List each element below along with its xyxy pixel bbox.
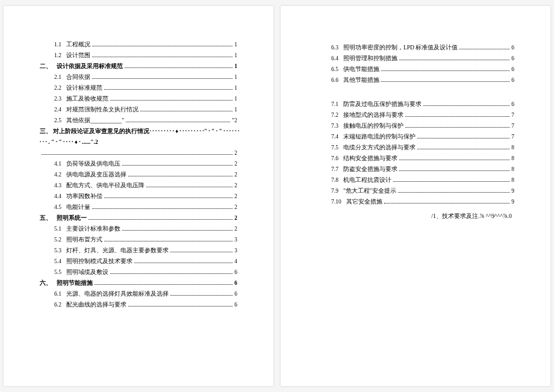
toc-entry-number: 7.6 [331, 153, 338, 164]
toc-leader-dots [125, 67, 232, 68]
toc-entry-number: 5.3 [54, 245, 61, 256]
toc-sub-entry: 6.2配光曲线的选择与要求6 [40, 299, 237, 310]
toc-entry-number: 4.1 [54, 158, 61, 169]
toc-page-number: 2 [234, 180, 237, 191]
toc-page-number: 2 [234, 202, 237, 213]
toc-sub-entry: 6.1光源、电器的选择灯具效能标准及选择6 [40, 288, 237, 299]
toc-heading-entry: 三、 对上阶段论证及审查意见的执行情况· · · · · · · · · ♦ ·… [40, 126, 237, 148]
toc-leader-dots [399, 170, 509, 171]
toc-leader-dots [417, 138, 509, 138]
toc-leader-dots [110, 100, 232, 101]
toc-page-number: 6 [234, 288, 237, 299]
toc-page-number: 8 [511, 164, 514, 175]
toc-entry-number: 二、 [40, 61, 52, 72]
toc-page-right: 6.3照明功率密度的控制，LPD 标准值及设计值66.4照明管理和控制措施66.… [281, 6, 550, 386]
toc-leader-dots [381, 81, 509, 82]
toc-entry-label: 防盗安全措施与要求 [343, 164, 397, 175]
toc-entry-label: 设计范围 [66, 50, 90, 61]
toc-entry-number: 7.5 [331, 142, 338, 153]
toc-entry-number: 7.7 [331, 164, 338, 175]
toc-entry-number: 5.5 [54, 267, 61, 278]
toc-leader-dots [92, 46, 232, 46]
toc-leader-dots [89, 219, 232, 220]
toc-entry-number: 7.2 [331, 110, 338, 120]
toc-page-number: 8 [511, 142, 514, 153]
toc-sub-entry: 7.2接地型式的选择与要求7 [317, 110, 514, 120]
toc-leader-dots [405, 127, 509, 128]
toc-entry-label: 照明节能措施 [57, 278, 93, 288]
toc-page-number: 1 [234, 104, 237, 115]
toc-entry-label: 配光曲线的选择与要求 [66, 299, 126, 310]
toc-leader-dots [122, 230, 232, 231]
toc-entry-number: 5.2 [54, 234, 61, 245]
toc-entry-number: 五、 [40, 213, 52, 223]
toc-page-number: 7 [511, 110, 514, 120]
blank-line [317, 86, 514, 99]
toc-leader-dots [92, 57, 232, 57]
toc-sub-entry: 2.3施工及验收规范1 [40, 93, 237, 104]
toc-page-number: 3 [234, 245, 237, 256]
toc-entry-label: 接触电压的控制与保护 [343, 120, 403, 131]
toc-entry-number: 6.5 [331, 64, 338, 75]
toc-entry-label: 其他依据___________" [66, 115, 124, 126]
toc-entry-label: 照明功率密度的控制，LPD 标准值及设计值 [343, 42, 458, 53]
toc-sub-entry: 7.6结构安全措施与要求8 [317, 153, 514, 164]
toc-entry-label: 照明控制模式及技术要求 [66, 256, 132, 267]
toc-leader-dots [170, 295, 232, 296]
toc-page-number: 6 [234, 278, 237, 288]
toc-entry-label: 照明系统一 [57, 213, 87, 223]
toc-leader-dots [393, 181, 509, 182]
toc-leader-dots [126, 122, 230, 122]
toc-entry-label: 结构安全措施与要求 [343, 153, 397, 164]
toc-heading-entry: 二、设计依据及采用标准规范1 [40, 61, 237, 72]
toc-page-left: 1.1工程概况11.2设计范围1二、设计依据及采用标准规范12.1合同依据12.… [4, 6, 273, 386]
toc-page-number: 6 [511, 42, 514, 53]
toc-leader-dots [399, 60, 509, 60]
toc-sub-entry: 7.9"危大工程"安全提示9 [317, 185, 514, 196]
toc-sub-entry: 4.5电能计量2 [40, 202, 237, 213]
toc-sub-entry: 4.2供电电源及变压器选择2 [40, 169, 237, 180]
toc-page-number: 9 [511, 185, 514, 196]
toc-entry-label: 机电工程抗震设计 [343, 175, 391, 185]
toc-entry-label: 功率因数补偿 [66, 191, 102, 202]
toc-entry-label: 电缆分支方式的选择与要求 [343, 142, 416, 153]
toc-page-number: "2 [232, 115, 237, 126]
toc-page-number: 3 [234, 234, 237, 245]
toc-entry-number: 7.1 [331, 99, 338, 110]
toc-sub-entry: 6.3照明功率密度的控制，LPD 标准值及设计值6 [317, 42, 514, 53]
toc-entry-label: 设计依据及采用标准规范 [57, 61, 123, 72]
toc-entry-label: 光源、电器的选择灯具效能标准及选择 [66, 288, 169, 299]
toc-sub-entry: 4.3配电方式、供电半径及电压降2 [40, 180, 237, 191]
toc-page-number: 7 [511, 131, 514, 142]
toc-entry-label: "危大工程"安全提示 [343, 185, 396, 196]
toc-entry-number: 4.2 [54, 169, 61, 180]
toc-sub-entry: 6.6其他节能措施6 [317, 75, 514, 86]
toc-leader-dots [104, 241, 232, 241]
toc-entry-label: 合同依据 [66, 72, 90, 82]
toc-leader-dots [381, 70, 509, 71]
toc-entry-number: 2.2 [54, 82, 61, 93]
toc-sub-entry: 7.5电缆分支方式的选择与要求8 [317, 142, 514, 153]
toc-page-number: 8 [511, 175, 514, 185]
toc-entry-number: 4.3 [54, 180, 61, 191]
toc-leader-dots [95, 284, 232, 285]
toc-entry-label: 工程概况 [66, 39, 90, 50]
toc-sub-entry: 7.1防雷及过电压保护措施与要求6 [317, 99, 514, 110]
toc-sub-entry: 4.4功率因数补偿2 [40, 191, 237, 202]
toc-entry-label: 配电方式、供电半径及电压降 [66, 180, 145, 191]
toc-page-number: 1 [234, 93, 237, 104]
toc-page-number: 6 [511, 53, 514, 64]
toc-leader-dots [459, 49, 509, 49]
toc-sub-entry: 6.5供电节能措施6 [317, 64, 514, 75]
toc-entry-label: 照明域缆及敷设 [66, 267, 108, 278]
toc-sub-entry: 1.1工程概况1 [40, 39, 237, 50]
toc-leader-dots [384, 203, 510, 204]
toc-leader-dots [134, 263, 232, 263]
toc-page-number: 6 [511, 99, 514, 110]
toc-leader-dots [92, 78, 232, 79]
toc-entry-number: 7.4 [331, 131, 338, 142]
toc-leader-dots [405, 116, 509, 117]
toc-sub-entry: 5.2照明布置方式3 [40, 234, 237, 245]
toc-entry-number: 5.1 [54, 223, 61, 234]
toc-page-number: 6 [234, 299, 237, 310]
